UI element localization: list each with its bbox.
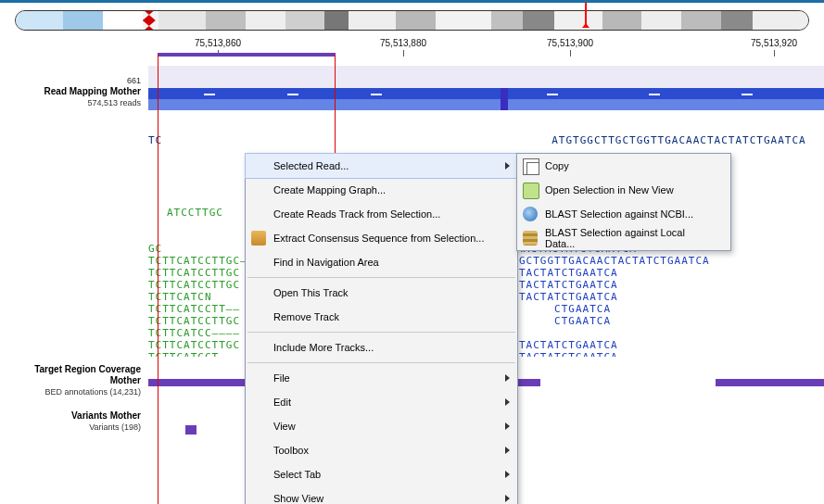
menu-item[interactable]: Select Tab [246, 462, 517, 486]
position-marker[interactable] [585, 0, 587, 24]
menu-item[interactable]: Remove Track [246, 305, 517, 329]
menu-item-label: View [273, 421, 296, 432]
reference-seq-left: TC [148, 134, 162, 146]
track-title-target-region: Target Region Coverage Mother [34, 364, 141, 385]
submenu-arrow-icon [505, 447, 510, 454]
ruler-tick: 75,513,860 [195, 38, 241, 48]
blastdb-icon [523, 231, 538, 246]
menu-item-label: Edit [273, 397, 291, 408]
coverage-plot[interactable] [148, 66, 824, 110]
menu-item-label: Extract Consensus Sequence from Selectio… [273, 233, 484, 244]
menu-item[interactable]: Open This Track [246, 281, 517, 305]
submenu-item-label: Open Selection in New View [545, 184, 674, 195]
menu-item[interactable]: File [246, 366, 517, 390]
menu-item-label: File [273, 372, 290, 384]
submenu-arrow-icon [505, 422, 510, 430]
reference-seq-right: ATGTGGCTTGCTGGTTGACAACTACTATCTGAATCA [551, 134, 805, 146]
extract-icon [251, 231, 266, 246]
ruler-tick: 75,513,920 [751, 38, 797, 48]
menu-item[interactable]: Toolbox [246, 438, 517, 462]
menu-item-label: Show View [273, 493, 323, 504]
submenu-arrow-icon [505, 162, 510, 170]
menu-item-label: Open This Track [273, 287, 349, 298]
insert-left: ATCCTTGC [167, 207, 223, 219]
menu-item[interactable]: Extract Consensus Sequence from Selectio… [246, 226, 517, 250]
track-title-variants: Variants Mother [71, 410, 141, 421]
context-submenu: CopyOpen Selection in New ViewBLAST Sele… [516, 153, 731, 251]
track-subtitle-target-region: BED annotations (14,231) [44, 387, 141, 397]
menu-item-label: Create Reads Track from Selection... [273, 208, 440, 220]
submenu-item[interactable]: Open Selection in New View [517, 178, 730, 202]
menu-item[interactable]: Find in Navigation Area [246, 250, 517, 274]
chromosome-ideogram[interactable] [0, 3, 824, 34]
context-menu: Selected Read...Create Mapping Graph...C… [245, 153, 518, 504]
menu-item-label: Create Mapping Graph... [273, 184, 386, 195]
submenu-item[interactable]: BLAST Selection against Local Data... [517, 226, 730, 250]
menu-item[interactable]: Show View [246, 486, 517, 504]
menu-item-label: Selected Read... [273, 160, 349, 171]
ruler-tick: 75,513,880 [380, 38, 426, 48]
track-title-read-mapping: Read Mapping Mother [44, 86, 141, 96]
track-subtitle-read-mapping: 574,513 reads [87, 98, 141, 107]
menu-item[interactable]: Create Mapping Graph... [246, 178, 517, 202]
submenu-arrow-icon [505, 471, 510, 478]
menu-item[interactable]: Selected Read... [245, 153, 518, 179]
track-subtitle-variants: Variants (198) [89, 422, 141, 432]
submenu-item-label: BLAST Selection against Local Data... [545, 227, 710, 249]
submenu-item[interactable]: BLAST Selection against NCBI... [517, 202, 730, 226]
ruler-tick: 75,513,900 [547, 38, 593, 48]
menu-item[interactable]: Edit [246, 390, 517, 414]
menu-item-label: Find in Navigation Area [273, 257, 379, 268]
coordinate-ruler: 75,513,860 75,513,880 75,513,900 75,513,… [0, 38, 824, 66]
menu-item[interactable]: View [246, 414, 517, 438]
submenu-item-label: BLAST Selection against NCBI... [545, 208, 693, 220]
genome-track-viewer: 75,513,860 75,513,880 75,513,900 75,513,… [0, 0, 824, 504]
submenu-arrow-icon [505, 374, 510, 382]
menu-item-label: Include More Tracks... [273, 342, 374, 353]
blast-icon [523, 207, 538, 221]
submenu-item[interactable]: Copy [517, 154, 730, 178]
coverage-max-value: 661 [2, 75, 141, 86]
menu-item-label: Remove Track [273, 311, 339, 322]
copy-icon [523, 158, 539, 175]
submenu-arrow-icon [505, 398, 510, 406]
menu-item[interactable]: Include More Tracks... [246, 335, 517, 359]
menu-item[interactable]: Create Reads Track from Selection... [246, 202, 517, 226]
menu-item-label: Toolbox [273, 445, 309, 456]
open-icon [523, 183, 539, 199]
menu-item-label: Select Tab [273, 469, 321, 480]
submenu-arrow-icon [505, 495, 510, 502]
submenu-item-label: Copy [545, 160, 569, 171]
